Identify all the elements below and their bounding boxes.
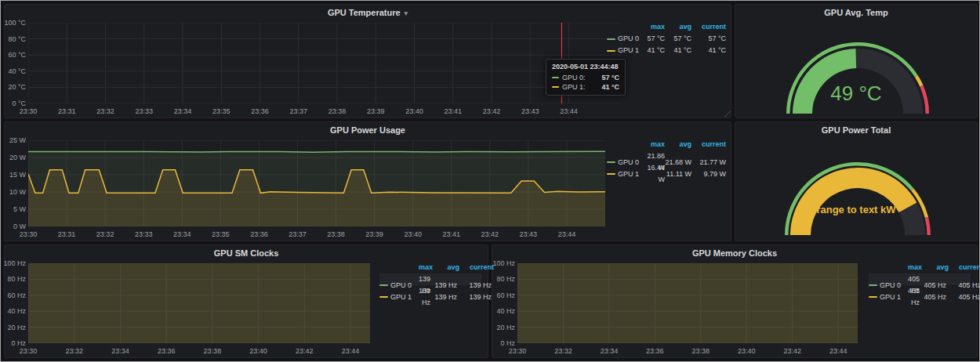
legend-series-name[interactable]: GPU 1 [880,291,908,303]
x-tick-label: 23:39 [367,107,385,115]
y-tick-label: 15 W [3,171,26,179]
x-tick-label: 23:37 [289,230,307,238]
x-tick-label: 23:32 [65,347,83,355]
x-tick-label: 23:34 [111,347,129,355]
c1 [607,38,618,40]
x-tick-label: 23:37 [289,107,307,115]
y-tick-label: 80 Hz [492,275,515,283]
x-tick-label: 23:40 [404,230,422,238]
y-tick-label: 20 °C [3,83,26,91]
legend-value: 405 Hz [920,291,946,303]
legend-header-row: maxavgcurrent [379,262,481,273]
legend-series-name[interactable]: GPU 0 [390,280,419,291]
legend-series-name[interactable]: GPU 0 [618,157,646,168]
panel-title-gpu-power-total[interactable]: GPU Power Total [735,122,977,138]
y-tick-label: 40 °C [3,67,26,75]
legend-value: 9.79 W [691,168,726,180]
legend-row: GPU 0405 Hz405 Hz405 Hz [869,273,971,285]
series-color-dash [607,38,615,40]
series-color-dash [607,50,615,52]
series-color-dash [552,77,559,78]
x-tick-label: 23:40 [249,347,267,355]
temperature-chart-plot[interactable]: 23:3023:3123:3223:3323:3423:3523:3623:37… [28,23,621,103]
x-tick-label: 23:44 [829,347,848,355]
x-tick-label: 23:35 [212,107,230,115]
legend-header-max: max [419,262,433,273]
series-color-dash [379,296,388,298]
legend-header-avg: avg [433,262,459,273]
x-tick-label: 23:40 [405,107,423,115]
legend-header-max: max [908,262,922,273]
legend-value: 41 °C [691,45,726,56]
x-tick-label: 23:32 [554,347,572,355]
panel-title-gpu-memory-clocks[interactable]: GPU Memory Clocks [492,245,977,261]
x-tick-label: 23:44 [342,347,360,355]
series-color-dash [607,161,615,163]
panel-resize-handle[interactable] [724,110,731,118]
panel-gpu-power-total: GPU Power Total range to text kW [735,121,978,241]
legend-row: GPU 0139 Hz139 Hz139 Hz [379,273,481,285]
x-tick-label: 23:34 [173,230,191,238]
legend-value: 139 Hz [457,291,492,303]
x-tick-label: 23:36 [250,230,268,238]
power-total-gauge [735,136,978,241]
legend-value: 405 Hz [946,291,980,303]
x-tick-label: 23:42 [783,347,801,355]
x-tick-label: 23:42 [296,347,314,355]
tooltip-series-value: 41 °C [601,83,619,91]
panel-title-gpu-sm-clocks[interactable]: GPU SM Clocks [5,245,488,261]
panel-gpu-sm-clocks: GPU SM Clocks 23:3023:3223:3423:3623:382… [4,244,488,358]
c1 [607,173,618,175]
series-color-dash [607,173,615,175]
panel-title-gpu-temperature[interactable]: GPU Temperature▾ [5,5,731,20]
legend-value: 139 Hz [430,291,457,303]
panel-title-gpu-avg-temp[interactable]: GPU Avg. Temp [735,5,977,20]
legend-value: 57 °C [646,33,665,45]
legend-value: 16.44 W [646,162,665,186]
legend-header-row: maxavgcurrent [607,139,726,150]
legend-value: 11.11 W [665,168,691,180]
legend-value: 21.68 W [665,157,691,168]
legend-series-name[interactable]: GPU 0 [880,280,908,291]
legend-header-max: max [646,139,665,150]
legend-value: 57 °C [691,33,726,45]
legend-series-name[interactable]: GPU 1 [618,168,646,180]
legend-series-name[interactable]: GPU 0 [618,33,646,45]
c1 [379,296,390,298]
tooltip-series-name: GPU 0: [562,74,586,81]
panel-title-text: GPU Power Total [822,125,891,135]
legend-value: 139 Hz [419,285,430,309]
panel-gpu-avg-temp: GPU Avg. Temp 49 °C [735,4,978,118]
x-tick-label: 23:43 [520,230,538,238]
chevron-down-icon[interactable]: ▾ [405,9,408,17]
temperature-legend: maxavgcurrentGPU 057 °C57 °C57 °CGPU 141… [607,21,726,56]
legend-value: 139 Hz [430,280,457,291]
x-tick-label: 23:36 [158,347,176,355]
memory-clocks-chart-plot[interactable]: 23:3023:3223:3423:3623:3823:4023:4223:44… [517,263,858,343]
x-tick-label: 23:38 [692,347,710,355]
panel-title-text: GPU Memory Clocks [692,248,777,258]
legend-value: 405 Hz [946,280,980,291]
panel-title-text: GPU Temperature [328,8,401,17]
x-tick-label: 23:43 [521,107,539,115]
legend-header-current: current [459,262,494,273]
legend-series-name[interactable]: GPU 1 [390,291,419,303]
tooltip-series-name: GPU 1: [562,83,586,91]
y-tick-label: 0 °C [3,100,26,107]
y-tick-label: 10 W [3,188,26,196]
x-tick-label: 23:38 [327,230,345,238]
x-tick-label: 23:33 [135,107,153,115]
power-usage-chart-plot[interactable]: 23:3023:3123:3223:3323:3423:3523:3623:37… [28,140,605,226]
legend-row: GPU 021.86 W21.68 W21.77 W [607,150,726,162]
memory-clocks-legend: maxavgcurrentGPU 0405 Hz405 Hz405 HzGPU … [869,262,971,297]
y-tick-label: 20 Hz [492,324,515,331]
x-tick-label: 23:33 [135,230,153,238]
x-tick-label: 23:30 [20,107,38,115]
legend-header-avg: avg [665,21,691,33]
panel-title-gpu-power-usage[interactable]: GPU Power Usage [5,122,731,138]
x-tick-label: 23:41 [442,230,460,238]
series-color-dash [379,284,388,286]
sm-clocks-chart-plot[interactable]: 23:3023:3223:3423:3623:3823:4023:4223:44… [28,263,370,343]
legend-series-name[interactable]: GPU 1 [618,45,646,56]
legend-header-row: maxavgcurrent [869,262,971,273]
